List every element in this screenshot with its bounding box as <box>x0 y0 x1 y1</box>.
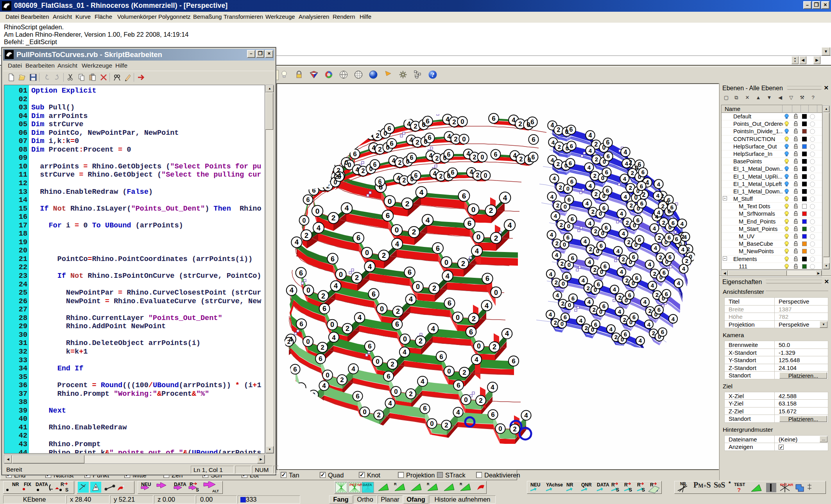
svg-text:6: 6 <box>353 150 356 158</box>
svg-text:0: 0 <box>410 176 414 182</box>
svg-text:4: 4 <box>372 144 376 152</box>
svg-text:2: 2 <box>557 161 560 167</box>
svg-text:6: 6 <box>600 242 603 249</box>
svg-text:2: 2 <box>661 193 664 199</box>
svg-text:2: 2 <box>595 141 598 148</box>
svg-text:2: 2 <box>518 120 522 128</box>
svg-text:DATA: DATA <box>597 482 609 488</box>
svg-text:4: 4 <box>369 131 373 139</box>
svg-text:R: R <box>460 482 462 486</box>
svg-text:4: 4 <box>550 231 553 238</box>
svg-text:2: 2 <box>340 376 344 384</box>
svg-text:6: 6 <box>594 321 597 328</box>
svg-text:0: 0 <box>462 136 466 143</box>
svg-text:4: 4 <box>419 188 424 197</box>
svg-text:6: 6 <box>410 154 414 161</box>
svg-text:0: 0 <box>383 130 387 137</box>
svg-text:4: 4 <box>589 182 592 189</box>
svg-text:6: 6 <box>356 393 359 400</box>
svg-text:4: 4 <box>392 157 396 164</box>
svg-text:2: 2 <box>416 139 419 146</box>
svg-text:0: 0 <box>315 207 320 215</box>
svg-text:R: R <box>61 482 64 487</box>
svg-text:ALT: ALT <box>212 489 219 493</box>
svg-text:4: 4 <box>368 263 372 271</box>
svg-text:6: 6 <box>565 273 568 280</box>
svg-text:4: 4 <box>549 271 553 277</box>
svg-text:6: 6 <box>635 275 638 281</box>
svg-text:0: 0 <box>394 388 398 395</box>
svg-text:4: 4 <box>358 314 362 322</box>
svg-text:2: 2 <box>595 191 598 197</box>
svg-text:0: 0 <box>601 175 604 181</box>
svg-text:2: 2 <box>631 170 634 176</box>
svg-text:2: 2 <box>594 228 597 234</box>
svg-text:4: 4 <box>682 265 686 272</box>
svg-text:6: 6 <box>638 236 641 243</box>
svg-text:6: 6 <box>512 357 515 365</box>
svg-text:4: 4 <box>656 192 660 199</box>
svg-text:0: 0 <box>306 286 310 294</box>
svg-text:2: 2 <box>585 325 588 331</box>
svg-text:2: 2 <box>685 257 688 264</box>
svg-text:2: 2 <box>625 277 629 284</box>
svg-text:0: 0 <box>471 206 476 214</box>
svg-text:4: 4 <box>356 166 359 173</box>
svg-text:6: 6 <box>494 151 498 158</box>
svg-text:4: 4 <box>429 152 433 159</box>
svg-text:2: 2 <box>659 254 662 261</box>
svg-text:2: 2 <box>655 291 659 298</box>
svg-text:6: 6 <box>532 136 535 143</box>
svg-text:4: 4 <box>549 311 552 318</box>
svg-text:2: 2 <box>494 234 498 242</box>
svg-text:2: 2 <box>661 203 664 209</box>
svg-text:6: 6 <box>469 328 473 336</box>
svg-text:4: 4 <box>657 181 661 188</box>
svg-text:A: A <box>95 485 97 489</box>
svg-text:2: 2 <box>377 411 380 419</box>
svg-text:6: 6 <box>566 234 570 241</box>
svg-text:0: 0 <box>568 261 571 268</box>
svg-text:6: 6 <box>451 169 455 176</box>
svg-text:6: 6 <box>352 140 355 148</box>
svg-text:4: 4 <box>552 139 555 146</box>
svg-text:4: 4 <box>646 179 649 186</box>
svg-text:0: 0 <box>339 271 343 279</box>
svg-text:4: 4 <box>620 268 623 275</box>
svg-text:6: 6 <box>571 216 574 222</box>
svg-text:4: 4 <box>677 280 681 286</box>
svg-text:2: 2 <box>629 184 632 191</box>
svg-text:YAchse: YAchse <box>546 482 563 488</box>
svg-text:2: 2 <box>378 146 381 153</box>
svg-text:4: 4 <box>503 194 507 202</box>
svg-text:6: 6 <box>661 329 664 335</box>
svg-text:6: 6 <box>606 139 610 146</box>
svg-text:6: 6 <box>668 254 672 260</box>
svg-text:4: 4 <box>456 409 460 416</box>
svg-text:2: 2 <box>473 154 476 161</box>
svg-text:6: 6 <box>571 255 574 261</box>
svg-text:4: 4 <box>643 298 647 305</box>
svg-text:4: 4 <box>620 210 623 217</box>
svg-text:6: 6 <box>386 211 390 220</box>
svg-text:4: 4 <box>290 286 294 294</box>
svg-text:NR: NR <box>566 482 573 488</box>
svg-text:0: 0 <box>347 161 351 169</box>
svg-text:4: 4 <box>647 321 651 328</box>
svg-text:2: 2 <box>398 159 402 166</box>
svg-text:S0S: S0S <box>714 481 725 489</box>
svg-text:6: 6 <box>485 275 489 282</box>
svg-text:2: 2 <box>614 334 618 340</box>
svg-text:0: 0 <box>634 194 638 201</box>
svg-text:4: 4 <box>403 349 407 356</box>
svg-text:4: 4 <box>467 150 470 157</box>
svg-text:PKT NR: PKT NR <box>349 483 363 487</box>
svg-text:2: 2 <box>476 172 480 179</box>
svg-text:6: 6 <box>373 161 377 168</box>
svg-text:4: 4 <box>622 230 625 237</box>
svg-text:2: 2 <box>326 183 330 189</box>
svg-text:4: 4 <box>588 259 591 265</box>
svg-text:2: 2 <box>472 315 476 323</box>
svg-text:0: 0 <box>600 268 603 275</box>
svg-text:2: 2 <box>561 260 564 267</box>
